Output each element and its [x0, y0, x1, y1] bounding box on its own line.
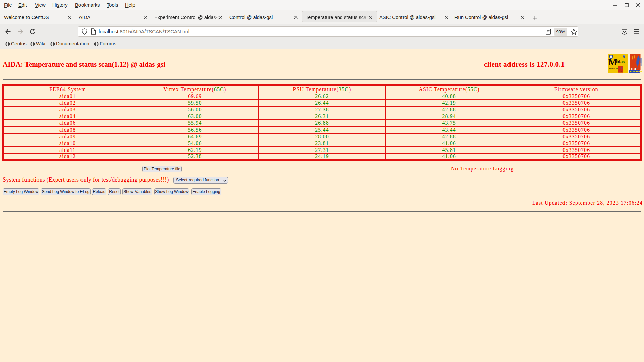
svg-text:T C L: T C L — [619, 71, 622, 72]
svg-text:POWERED: POWERED — [630, 70, 642, 73]
svg-text:idas: idas — [616, 59, 625, 64]
svg-text:powered by: powered by — [609, 67, 618, 69]
